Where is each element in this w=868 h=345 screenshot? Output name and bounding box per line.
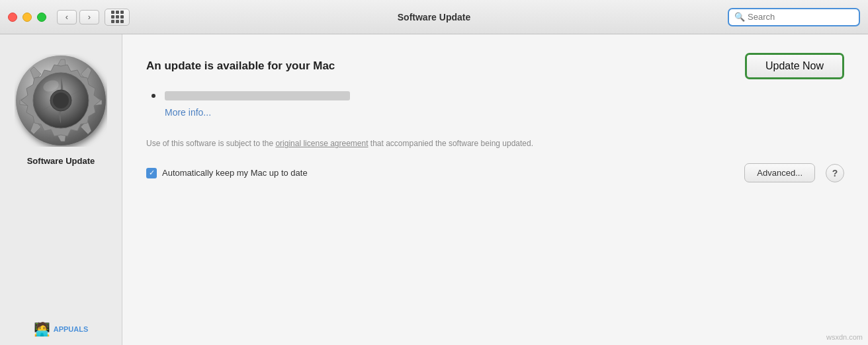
sidebar-label: Software Update [27,156,95,166]
search-bar[interactable]: 🔍 [728,8,860,26]
bottom-row: ✓ Automatically keep my Mac up to date A… [146,163,844,182]
maximize-button[interactable] [37,13,46,22]
content-panel: An update is available for your Mac Upda… [122,34,868,345]
main-content: Software Update 🧑‍💻 APPUALS An update is… [0,34,868,345]
nav-buttons: ‹ › [57,10,99,24]
bullet-point [152,94,155,98]
close-button[interactable] [8,13,17,22]
update-now-button[interactable]: Update Now [745,53,844,79]
appuals-text: APPUALS [54,325,89,333]
license-text: Use of this software is subject to the o… [146,137,570,150]
sidebar: Software Update 🧑‍💻 APPUALS [0,34,122,345]
auto-update-checkbox-container: ✓ Automatically keep my Mac up to date [146,168,734,178]
window-title: Software Update [398,12,470,22]
update-item-placeholder [165,91,350,100]
svg-point-3 [53,93,69,108]
help-button[interactable]: ? [826,164,844,182]
search-input[interactable] [748,12,853,22]
appuals-icon: 🧑‍💻 [34,321,50,337]
appuals-logo: 🧑‍💻 APPUALS [34,321,89,337]
auto-update-checkbox[interactable]: ✓ [146,168,157,178]
traffic-lights [8,13,46,22]
watermark: wsxdn.com [826,333,863,341]
license-link[interactable]: original license agreement [275,139,368,148]
minimize-button[interactable] [22,13,32,22]
advanced-button[interactable]: Advanced... [744,163,815,182]
search-icon: 🔍 [734,12,745,22]
titlebar: ‹ › Software Update 🔍 [0,0,868,34]
gear-icon [15,54,107,147]
grid-view-button[interactable] [105,9,130,26]
auto-update-label: Automatically keep my Mac up to date [162,168,308,178]
update-item-row [146,91,844,100]
checkmark-icon: ✓ [149,169,155,176]
update-header-row: An update is available for your Mac Upda… [146,53,844,79]
more-info-link[interactable]: More info... [165,107,844,118]
license-text-1: Use of this software is subject to the [146,139,275,148]
gear-icon-container [15,54,107,147]
grid-icon [111,11,124,23]
forward-button[interactable]: › [79,10,99,24]
license-text-2: that accompanied the software being upda… [369,139,534,148]
back-button[interactable]: ‹ [57,10,77,24]
update-title: An update is available for your Mac [146,59,335,73]
